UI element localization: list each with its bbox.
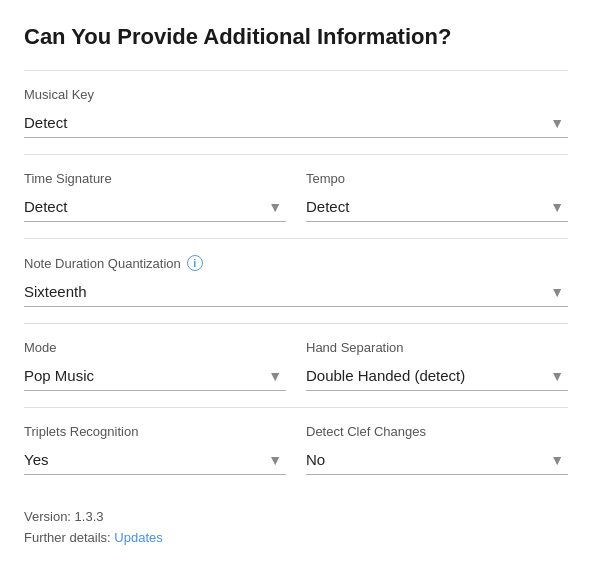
dialog-title: Can You Provide Additional Information? [24, 24, 568, 50]
hand-separation-label: Hand Separation [306, 340, 568, 355]
divider-top [24, 70, 568, 71]
hand-separation-select[interactable]: Double Handed (detect) Single Hand Left … [306, 361, 568, 391]
detect-clef-field: Detect Clef Changes No Yes ▼ [306, 424, 568, 475]
divider-1 [24, 154, 568, 155]
time-signature-select[interactable]: Detect 4/4 3/4 6/8 2/4 [24, 192, 286, 222]
detect-clef-select-wrapper: No Yes ▼ [306, 445, 568, 475]
divider-2 [24, 238, 568, 239]
updates-link[interactable]: Updates [114, 530, 162, 545]
note-duration-field: Note Duration Quantization i Sixteenth E… [24, 255, 568, 307]
version-text: Version: 1.3.3 [24, 507, 568, 528]
tempo-label: Tempo [306, 171, 568, 186]
mode-select-wrapper: Pop Music Classical Jazz Rock ▼ [24, 361, 286, 391]
tempo-select-wrapper: Detect 60 80 100 120 ▼ [306, 192, 568, 222]
button-row: CANCEL TRANSCRIBE [24, 549, 568, 572]
triplets-field: Triplets Recognition Yes No ▼ [24, 424, 286, 475]
detect-clef-select[interactable]: No Yes [306, 445, 568, 475]
triplets-select-wrapper: Yes No ▼ [24, 445, 286, 475]
divider-3 [24, 323, 568, 324]
time-signature-label: Time Signature [24, 171, 286, 186]
note-duration-select[interactable]: Sixteenth Eighth Quarter Half Whole [24, 277, 568, 307]
tempo-select[interactable]: Detect 60 80 100 120 [306, 192, 568, 222]
mode-field: Mode Pop Music Classical Jazz Rock ▼ [24, 340, 286, 391]
musical-key-label: Musical Key [24, 87, 568, 102]
note-duration-select-wrapper: Sixteenth Eighth Quarter Half Whole ▼ [24, 277, 568, 307]
triplets-label: Triplets Recognition [24, 424, 286, 439]
hand-separation-field: Hand Separation Double Handed (detect) S… [306, 340, 568, 391]
mode-label: Mode [24, 340, 286, 355]
triplets-clef-row: Triplets Recognition Yes No ▼ Detect Cle… [24, 424, 568, 475]
musical-key-select-wrapper: Detect C Major D Major E Major G Major A… [24, 108, 568, 138]
mode-hand-row: Mode Pop Music Classical Jazz Rock ▼ Han… [24, 340, 568, 391]
musical-key-field: Musical Key Detect C Major D Major E Maj… [24, 87, 568, 138]
musical-key-select[interactable]: Detect C Major D Major E Major G Major A… [24, 108, 568, 138]
detect-clef-label: Detect Clef Changes [306, 424, 568, 439]
footer-text: Version: 1.3.3 Further details: Updates [24, 507, 568, 549]
time-signature-select-wrapper: Detect 4/4 3/4 6/8 2/4 ▼ [24, 192, 286, 222]
additional-info-dialog: Can You Provide Additional Information? … [0, 0, 592, 572]
triplets-select[interactable]: Yes No [24, 445, 286, 475]
divider-4 [24, 407, 568, 408]
hand-separation-select-wrapper: Double Handed (detect) Single Hand Left … [306, 361, 568, 391]
note-duration-label: Note Duration Quantization i [24, 255, 568, 271]
details-text: Further details: Updates [24, 528, 568, 549]
tempo-field: Tempo Detect 60 80 100 120 ▼ [306, 171, 568, 222]
mode-select[interactable]: Pop Music Classical Jazz Rock [24, 361, 286, 391]
time-tempo-row: Time Signature Detect 4/4 3/4 6/8 2/4 ▼ … [24, 171, 568, 222]
note-duration-info-icon[interactable]: i [187, 255, 203, 271]
time-signature-field: Time Signature Detect 4/4 3/4 6/8 2/4 ▼ [24, 171, 286, 222]
